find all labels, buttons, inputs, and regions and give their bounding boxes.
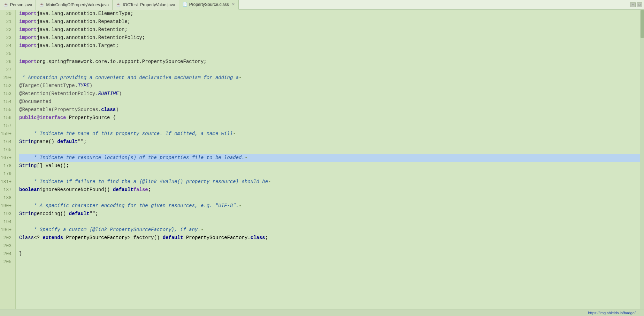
gutter-line-187: 187: [0, 186, 14, 194]
code-line-155: @Repeatable(PropertySources.class): [19, 106, 640, 114]
gutter-line-24: 24: [0, 42, 14, 50]
java-icon: ☕: [3, 2, 8, 7]
java-icon-2: ☕: [39, 2, 44, 7]
code-line-205: [19, 258, 640, 266]
code-line-157: [19, 122, 640, 130]
gutter-line-21: 21: [0, 18, 14, 26]
gutter-line-29+: 29+: [0, 74, 14, 82]
code-line-154: @Documented: [19, 98, 640, 106]
code-line-179: [19, 170, 640, 178]
code-line-23: import java.lang.annotation.RetentionPol…: [19, 34, 640, 42]
code-line-188: [19, 194, 640, 202]
code-line-203: [19, 242, 640, 250]
scrollbar[interactable]: [640, 10, 644, 309]
gutter-line-204: 204: [0, 250, 14, 258]
window-controls: ─ ❐: [630, 2, 644, 7]
gutter-line-25: 25: [0, 50, 14, 58]
code-line-204: }: [19, 250, 640, 258]
gutter-line-165: 165: [0, 146, 14, 154]
gutter-line-202: 202: [0, 234, 14, 242]
code-line-26: import org.springframework.core.io.suppo…: [19, 58, 640, 66]
line-gutter: 202122232425262729+152153154155156157159…: [0, 10, 16, 309]
tab-mainconfig-java[interactable]: ☕ MainConfigOfPropertyValues.java: [36, 0, 113, 10]
java-icon-3: ☕: [116, 2, 121, 7]
code-line-22: import java.lang.annotation.Retention;: [19, 26, 640, 34]
gutter-line-178: 178: [0, 162, 14, 170]
gutter-line-179: 179: [0, 170, 14, 178]
tab-person-java[interactable]: ☕ Person.java: [0, 0, 36, 10]
tab-propertysource-class[interactable]: 📄 PropertySource.class ✕: [179, 0, 239, 10]
tab-label-propertysource: PropertySource.class: [189, 2, 229, 7]
gutter-line-157: 157: [0, 122, 14, 130]
gutter-line-167+: 167+: [0, 154, 14, 162]
gutter-line-155: 155: [0, 106, 14, 114]
code-line-29+: * Annotation providing a convenient and …: [19, 74, 640, 82]
code-line-152: @Target(ElementType.TYPE): [19, 82, 640, 90]
code-line-190+: * A specific character encoding for the …: [19, 202, 640, 210]
editor-area: 202122232425262729+152153154155156157159…: [0, 10, 644, 309]
code-content[interactable]: import java.lang.annotation.ElementType;…: [16, 10, 640, 309]
gutter-line-23: 23: [0, 34, 14, 42]
gutter-line-196+: 196+: [0, 226, 14, 234]
gutter-line-152: 152: [0, 82, 14, 90]
gutter-line-26: 26: [0, 58, 14, 66]
code-line-159+: * Indicate the name of this property sou…: [19, 130, 640, 138]
code-line-196+: * Specify a custom {@link PropertySource…: [19, 226, 640, 234]
gutter-line-156: 156: [0, 114, 14, 122]
code-line-27: [19, 66, 640, 74]
gutter-line-27: 27: [0, 66, 14, 74]
tab-ioctest-java[interactable]: ☕ IOCTest_PropertyValue.java: [113, 0, 179, 10]
code-line-194: [19, 218, 640, 226]
code-line-156: public @interface PropertySource {: [19, 114, 640, 122]
scrollbar-thumb[interactable]: [641, 10, 644, 38]
status-text: https://img.shields.io/badge/...: [588, 311, 639, 315]
gutter-line-154: 154: [0, 98, 14, 106]
close-icon[interactable]: ✕: [232, 2, 235, 7]
gutter-line-22: 22: [0, 26, 14, 34]
code-line-181+: * Indicate if failure to find the a {@li…: [19, 178, 640, 186]
gutter-line-194: 194: [0, 218, 14, 226]
gutter-line-20: 20: [0, 10, 14, 18]
tab-label-person: Person.java: [10, 2, 32, 7]
code-line-24: import java.lang.annotation.Target;: [19, 42, 640, 50]
gutter-line-205: 205: [0, 258, 14, 266]
code-line-20: import java.lang.annotation.ElementType;: [19, 10, 640, 18]
code-line-202: Class<? extends PropertySourceFactory> f…: [19, 234, 640, 242]
gutter-line-153: 153: [0, 90, 14, 98]
code-line-164: String name() default "";: [19, 138, 640, 146]
tab-bar: ☕ Person.java ☕ MainConfigOfPropertyValu…: [0, 0, 644, 10]
code-line-25: [19, 50, 640, 58]
gutter-line-181+: 181+: [0, 178, 14, 186]
code-line-178: String[] value();: [19, 162, 640, 170]
gutter-line-188: 188: [0, 194, 14, 202]
code-line-165: [19, 146, 640, 154]
gutter-line-193: 193: [0, 210, 14, 218]
gutter-line-164: 164: [0, 138, 14, 146]
code-line-187: boolean ignoreResourceNotFound() default…: [19, 186, 640, 194]
code-line-153: @Retention(RetentionPolicy.RUNTIME): [19, 90, 640, 98]
restore-button[interactable]: ❐: [637, 2, 642, 7]
minimize-button[interactable]: ─: [630, 2, 636, 7]
status-bar: https://img.shields.io/badge/...: [0, 309, 644, 316]
code-line-193: String encoding() default "";: [19, 210, 640, 218]
tab-label-ioctest: IOCTest_PropertyValue.java: [123, 2, 175, 7]
code-line-167+: * Indicate the resource location(s) of t…: [19, 154, 640, 162]
gutter-line-190+: 190+: [0, 202, 14, 210]
class-icon: 📄: [183, 2, 187, 7]
gutter-line-203: 203: [0, 242, 14, 250]
gutter-line-159+: 159+: [0, 130, 14, 138]
tab-label-mainconfig: MainConfigOfPropertyValues.java: [46, 2, 109, 7]
code-line-21: import java.lang.annotation.Repeatable;: [19, 18, 640, 26]
